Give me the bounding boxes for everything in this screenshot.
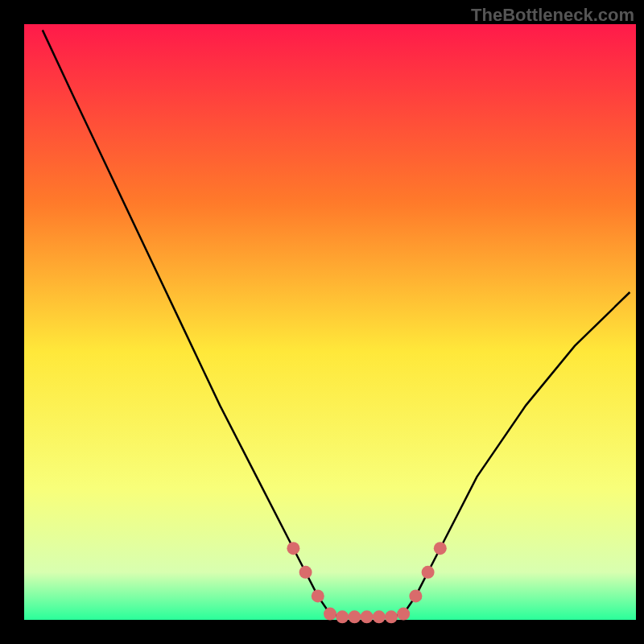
- bottleneck-chart: [0, 0, 644, 644]
- chart-svg: [0, 0, 644, 644]
- data-marker: [397, 608, 410, 621]
- plot-background: [24, 24, 636, 620]
- data-marker: [373, 610, 386, 623]
- data-marker: [434, 542, 447, 555]
- data-marker: [348, 610, 361, 623]
- data-marker: [299, 566, 312, 579]
- data-marker: [336, 610, 349, 623]
- data-marker: [312, 589, 324, 602]
- data-marker: [385, 610, 398, 623]
- data-marker: [422, 566, 435, 579]
- data-marker: [324, 608, 336, 621]
- data-marker: [361, 610, 374, 623]
- data-marker: [287, 542, 299, 555]
- data-marker: [409, 589, 422, 602]
- watermark-text: TheBottleneck.com: [471, 5, 634, 26]
